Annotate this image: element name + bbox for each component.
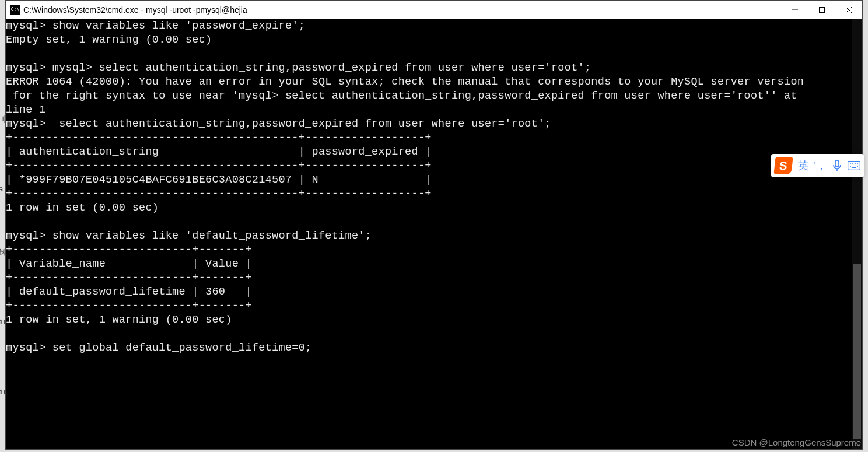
window-title: C:\Windows\System32\cmd.exe - mysql -uro…	[23, 5, 782, 15]
svg-rect-13	[852, 167, 856, 168]
svg-rect-1	[820, 7, 825, 12]
svg-point-12	[857, 166, 858, 167]
terminal-output[interactable]: mysql> show variables like 'password_exp…	[6, 19, 852, 449]
minimize-button[interactable]	[782, 1, 808, 19]
titlebar[interactable]: C:\ C:\Windows\System32\cmd.exe - mysql …	[6, 1, 862, 19]
svg-point-7	[850, 163, 851, 164]
svg-rect-6	[848, 162, 860, 170]
terminal-wrap: mysql> show variables like 'password_exp…	[6, 19, 862, 449]
watermark: CSDN @LongtengGensSupreme	[732, 437, 861, 447]
sogou-logo-icon[interactable]: S	[774, 157, 793, 174]
ime-toolbar[interactable]: S 英 '，	[771, 154, 864, 177]
maximize-button[interactable]	[808, 1, 835, 19]
ime-lang-toggle[interactable]: 英	[798, 159, 808, 173]
ime-punct-toggle[interactable]: '，	[814, 159, 827, 173]
cmd-icon: C:\	[10, 5, 20, 15]
microphone-icon[interactable]	[832, 160, 842, 171]
svg-rect-4	[835, 160, 839, 167]
svg-point-10	[857, 163, 858, 164]
scrollbar-thumb[interactable]	[853, 264, 861, 439]
cmd-window: C:\ C:\Windows\System32\cmd.exe - mysql …	[5, 0, 863, 450]
window-controls	[782, 1, 862, 19]
svg-point-11	[850, 166, 851, 167]
svg-point-9	[855, 163, 856, 164]
keyboard-icon[interactable]	[848, 161, 860, 170]
svg-point-8	[852, 163, 853, 164]
close-button[interactable]	[835, 1, 862, 19]
page-edge-decor: 刂 a 钭 tu tu	[0, 0, 5, 452]
vertical-scrollbar[interactable]	[852, 19, 862, 449]
